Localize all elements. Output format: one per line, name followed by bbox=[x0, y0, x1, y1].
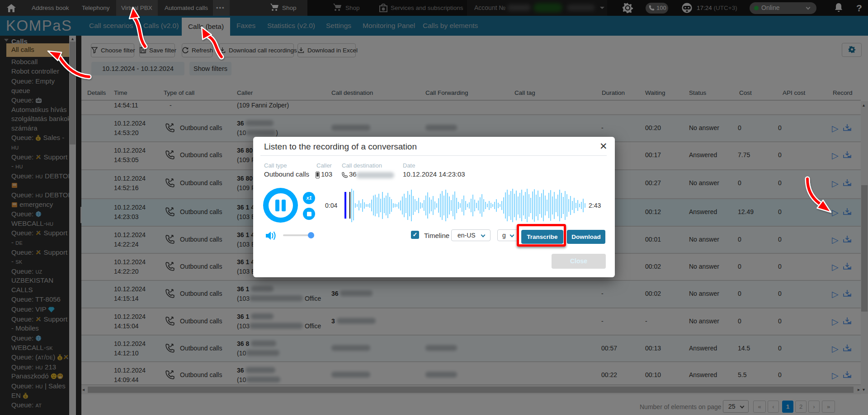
waveform-bar bbox=[512, 189, 513, 222]
waveform-bar bbox=[427, 192, 428, 219]
modal-title: Listen to the recording of a conversatio… bbox=[264, 142, 417, 152]
chevron-down-icon bbox=[481, 233, 486, 238]
waveform-bar bbox=[507, 190, 508, 221]
pause-icon bbox=[282, 200, 286, 211]
waveform-bar bbox=[431, 200, 432, 211]
waveform-cursor[interactable] bbox=[349, 192, 350, 219]
waveform-bar bbox=[368, 204, 368, 207]
waveform-bar bbox=[476, 203, 477, 208]
waveform-bar bbox=[519, 193, 520, 218]
waveform-bar bbox=[491, 203, 491, 208]
stop-icon bbox=[307, 212, 311, 216]
waveform-bar bbox=[528, 194, 529, 217]
waveform-bar bbox=[353, 191, 354, 220]
waveform-bar bbox=[460, 203, 461, 208]
waveform-bar bbox=[380, 199, 381, 212]
waveform-bar bbox=[579, 204, 580, 207]
waveform-bar bbox=[532, 191, 533, 219]
waveform-bar bbox=[451, 200, 452, 211]
chevron-down-icon bbox=[510, 233, 514, 238]
waveform-bar bbox=[366, 204, 367, 207]
waveform-bar bbox=[404, 194, 405, 217]
waveform-bar bbox=[454, 191, 455, 219]
waveform-bar bbox=[445, 190, 446, 221]
waveform-bar bbox=[518, 196, 519, 214]
annotation-red-rectangle bbox=[517, 224, 566, 247]
voice-select[interactable]: g bbox=[497, 229, 518, 241]
waveform-bar bbox=[480, 197, 481, 214]
waveform-bar bbox=[415, 199, 415, 212]
waveform-bar bbox=[500, 204, 500, 207]
waveform-bar bbox=[471, 199, 472, 212]
waveform-bar bbox=[552, 196, 553, 214]
waveform-bar bbox=[462, 199, 462, 212]
speed-button[interactable]: x1 bbox=[303, 192, 315, 204]
waveform-bar bbox=[422, 203, 423, 208]
waveform-bar bbox=[377, 197, 377, 214]
waveform-bar bbox=[407, 191, 408, 220]
waveform-bar bbox=[395, 204, 396, 207]
stop-button[interactable] bbox=[303, 208, 315, 220]
waveform-bar bbox=[378, 194, 379, 217]
timeline-label: Timeline bbox=[424, 232, 449, 239]
waveform-bar bbox=[391, 199, 392, 212]
waveform-bar bbox=[369, 203, 370, 208]
close-icon[interactable]: ✕ bbox=[599, 141, 608, 152]
waveform-bar bbox=[424, 200, 425, 211]
waveform-bar bbox=[523, 196, 524, 215]
waveform-bar bbox=[396, 204, 397, 207]
volume-slider-knob[interactable] bbox=[308, 232, 314, 238]
waveform-bar bbox=[474, 200, 475, 211]
waveform-bar bbox=[472, 195, 473, 216]
waveform-bar bbox=[364, 202, 365, 209]
waveform-bar bbox=[420, 202, 421, 209]
waveform-bar bbox=[503, 197, 504, 214]
waveform-bar bbox=[554, 192, 555, 219]
waveform-bar bbox=[485, 202, 486, 209]
waveform-bar bbox=[576, 203, 576, 208]
waveform-bar bbox=[494, 202, 495, 209]
pause-button[interactable] bbox=[263, 188, 298, 223]
waveform-bar bbox=[355, 203, 356, 208]
waveform-bar bbox=[545, 196, 546, 215]
waveform-bar bbox=[465, 201, 466, 210]
waveform-bar bbox=[543, 190, 544, 221]
mobile-phone-icon bbox=[316, 172, 320, 178]
waveform-bar bbox=[563, 197, 564, 214]
pause-icon bbox=[275, 200, 279, 211]
waveform-bar bbox=[581, 202, 582, 209]
waveform-bar bbox=[557, 195, 558, 216]
waveform-bar bbox=[530, 198, 531, 213]
waveform-bar bbox=[487, 204, 488, 207]
waveform-bar bbox=[406, 198, 406, 213]
waveform-bar bbox=[386, 196, 387, 215]
waveform-bar bbox=[351, 189, 352, 222]
waveform-bar bbox=[398, 202, 399, 209]
waveform-bar bbox=[458, 202, 459, 209]
pause-button-inner bbox=[269, 193, 293, 218]
volume-icon[interactable] bbox=[265, 230, 278, 241]
waveform-bar bbox=[489, 201, 490, 210]
waveform-bar bbox=[436, 203, 437, 208]
waveform-bar bbox=[362, 199, 363, 212]
dest-number-blurred bbox=[356, 172, 394, 178]
waveform-bar bbox=[525, 192, 526, 219]
value-caller: 103 bbox=[321, 170, 332, 178]
waveform-bar bbox=[400, 201, 401, 210]
waveform-bar bbox=[534, 189, 535, 222]
waveform-bar bbox=[556, 199, 557, 212]
timeline-checkbox[interactable]: ✓ bbox=[411, 231, 419, 239]
waveform-bar bbox=[514, 194, 515, 217]
waveform-bar bbox=[425, 196, 426, 215]
waveform-bar bbox=[496, 199, 497, 212]
value-dest-prefix: 36 bbox=[349, 170, 357, 178]
waveform-bar bbox=[375, 195, 376, 216]
waveform-bar bbox=[577, 200, 578, 211]
modal-close-button[interactable]: Close bbox=[552, 254, 606, 269]
download-button[interactable]: Download bbox=[567, 230, 605, 244]
waveform-bar bbox=[510, 191, 511, 220]
waveform-bar bbox=[393, 203, 394, 208]
language-select[interactable]: en-US bbox=[451, 229, 491, 241]
waveform-bar bbox=[538, 191, 538, 220]
waveform[interactable] bbox=[351, 188, 586, 223]
